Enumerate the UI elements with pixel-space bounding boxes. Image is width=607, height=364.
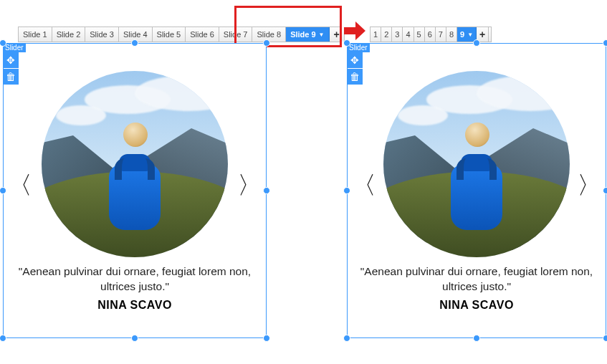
resize-handle[interactable]	[0, 187, 6, 194]
chevron-down-icon: ▼	[467, 32, 473, 38]
resize-handle[interactable]	[263, 187, 270, 194]
tab-slide-9-active[interactable]: Slide 9 ▼	[286, 27, 329, 42]
tab-8[interactable]: 8	[446, 27, 457, 42]
next-slide-button[interactable]: 〉	[237, 173, 262, 197]
resize-handle[interactable]	[603, 39, 607, 47]
resize-handle[interactable]	[343, 335, 350, 342]
resize-handle[interactable]	[263, 335, 270, 342]
chevron-down-icon: ▼	[319, 32, 325, 38]
slide-quote: "Aenean pulvinar dui ornare, feugiat lor…	[4, 264, 266, 294]
delete-button[interactable]: 🗑	[3, 69, 19, 85]
resize-handle[interactable]	[263, 39, 270, 47]
trash-icon: 🗑	[6, 71, 16, 82]
move-icon: ✥	[350, 54, 359, 66]
tab-6[interactable]: 6	[425, 27, 436, 42]
annotation-arrow-icon	[344, 21, 365, 40]
slide-tabs-full: Slide 1 Slide 2 Slide 3 Slide 4 Slide 5 …	[18, 27, 340, 42]
tab-4[interactable]: 4	[403, 27, 414, 42]
tab-slide-2[interactable]: Slide 2	[52, 27, 86, 42]
tab-label: 9	[460, 30, 464, 39]
move-button[interactable]: ✥	[3, 52, 19, 68]
widget-tag: Slider	[3, 43, 26, 52]
widget-tag: Slider	[347, 43, 370, 52]
tab-3[interactable]: 3	[392, 27, 403, 42]
resize-handle[interactable]	[343, 39, 350, 47]
resize-handle[interactable]	[131, 335, 138, 342]
tab-slide-8[interactable]: Slide 8	[252, 27, 286, 42]
prev-slide-button[interactable]: 〈	[352, 173, 376, 197]
next-slide-button[interactable]: 〉	[577, 173, 601, 197]
tab-2[interactable]: 2	[381, 27, 392, 42]
slide-author: NINA SCAVO	[348, 299, 606, 312]
resize-handle[interactable]	[603, 335, 607, 342]
tab-7[interactable]: 7	[436, 27, 446, 42]
tab-slide-3[interactable]: Slide 3	[85, 27, 119, 42]
resize-handle[interactable]	[473, 39, 480, 47]
tab-slide-7[interactable]: Slide 7	[219, 27, 253, 42]
tab-9-active[interactable]: 9 ▼	[457, 27, 477, 42]
resize-handle[interactable]	[473, 335, 480, 342]
tab-label: Slide 9	[290, 30, 315, 39]
tab-5[interactable]: 5	[414, 27, 425, 42]
resize-handle[interactable]	[131, 39, 138, 47]
move-button[interactable]: ✥	[347, 52, 363, 68]
svg-marker-0	[344, 21, 365, 40]
slide-quote: "Aenean pulvinar dui ornare, feugiat lor…	[348, 264, 606, 294]
add-slide-button[interactable]: +	[330, 27, 345, 42]
prev-slide-button[interactable]: 〈	[8, 173, 32, 197]
slide-author: NINA SCAVO	[4, 299, 266, 312]
tab-slide-1[interactable]: Slide 1	[19, 27, 52, 42]
slide-image	[383, 71, 570, 257]
delete-button[interactable]: 🗑	[347, 69, 363, 85]
slide-image	[42, 71, 228, 257]
widget-toolbox: ✥ 🗑	[3, 52, 19, 85]
slider-widget-left[interactable]: Slider ✥ 🗑 〈 〉 "Aenean pulvinar dui orna…	[3, 43, 267, 338]
resize-handle[interactable]	[343, 187, 350, 194]
tab-slide-6[interactable]: Slide 6	[186, 27, 219, 42]
trash-icon: 🗑	[350, 71, 360, 82]
resize-handle[interactable]	[603, 187, 607, 194]
tab-slide-5[interactable]: Slide 5	[153, 27, 186, 42]
slider-widget-right[interactable]: Slider ✥ 🗑 〈 〉 "Aenean pulvinar dui orna…	[347, 43, 606, 338]
resize-handle[interactable]	[0, 335, 6, 342]
tab-1[interactable]: 1	[371, 27, 381, 42]
widget-toolbox: ✥ 🗑	[347, 52, 363, 85]
move-icon: ✥	[6, 54, 15, 66]
